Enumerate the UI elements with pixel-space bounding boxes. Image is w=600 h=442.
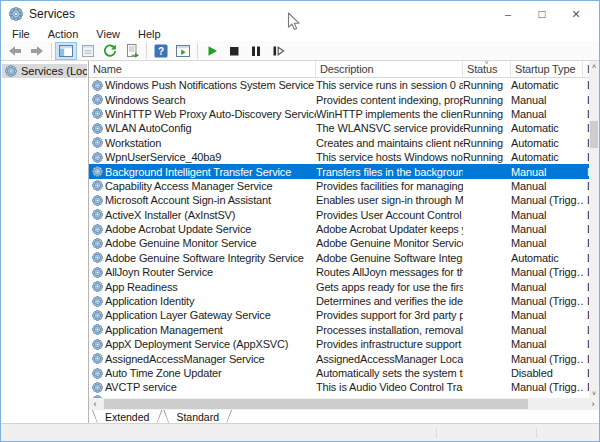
service-name: Windows Push Notifications System Servic… bbox=[105, 79, 316, 91]
menu-action[interactable]: Action bbox=[39, 28, 88, 40]
service-startup-type: Automatic bbox=[511, 137, 583, 149]
service-description: This service hosts Windows notific… bbox=[316, 151, 463, 163]
service-name: AVCTP service bbox=[105, 381, 316, 393]
help-button[interactable]: ? bbox=[150, 42, 172, 60]
tab-extended-label: Extended bbox=[92, 410, 162, 423]
service-name: Workstation bbox=[105, 137, 316, 149]
service-name: Background Intelligent Transfer Service bbox=[105, 166, 316, 178]
export-list-button[interactable] bbox=[121, 42, 143, 60]
service-description: Determines and verifies the identit… bbox=[316, 295, 463, 307]
vertical-scrollbar[interactable]: ˄ ˅ bbox=[589, 61, 599, 398]
menu-help[interactable]: Help bbox=[129, 28, 170, 40]
service-gear-icon bbox=[89, 310, 105, 321]
service-gear-icon bbox=[89, 281, 105, 292]
service-status: Running bbox=[463, 108, 511, 120]
start-service-button[interactable] bbox=[201, 42, 223, 60]
service-gear-icon bbox=[89, 238, 105, 249]
service-row[interactable]: Application Identity Determines and veri… bbox=[89, 294, 589, 308]
service-gear-icon bbox=[89, 353, 105, 364]
service-row[interactable]: Adobe Acrobat Update Service Adobe Acrob… bbox=[89, 222, 589, 236]
scroll-right-icon[interactable]: › bbox=[587, 398, 599, 410]
service-gear-icon bbox=[89, 152, 105, 163]
refresh-button[interactable] bbox=[99, 42, 121, 60]
service-row[interactable]: AllJoyn Router Service Routes AllJoyn me… bbox=[89, 265, 589, 279]
service-row[interactable]: WpnUserService_40ba9 This service hosts … bbox=[89, 150, 589, 164]
service-row[interactable]: WinHTTP Web Proxy Auto-Discovery Service… bbox=[89, 107, 589, 121]
service-startup-type: Disabled bbox=[511, 367, 583, 379]
column-header-description[interactable]: Description bbox=[316, 61, 463, 77]
forward-icon bbox=[29, 43, 45, 59]
maximize-button[interactable]: □ bbox=[525, 1, 559, 27]
service-startup-type: Manual bbox=[511, 180, 583, 192]
forward-button[interactable] bbox=[26, 42, 48, 60]
stop-icon bbox=[226, 43, 242, 59]
horizontal-scrollbar-thumb[interactable] bbox=[104, 399, 528, 409]
service-description: Provides content indexing, propert… bbox=[316, 94, 463, 106]
service-row[interactable]: AssignedAccessManager Service AssignedAc… bbox=[89, 351, 589, 365]
service-name: Windows Search bbox=[105, 94, 316, 106]
service-description: Provides support for 3rd party pro… bbox=[316, 309, 463, 321]
service-description: Provides infrastructure support for… bbox=[316, 338, 463, 350]
service-name: App Readiness bbox=[105, 281, 316, 293]
service-description: Provides facilities for managing U… bbox=[316, 180, 463, 192]
service-gear-icon bbox=[89, 368, 105, 379]
menu-view[interactable]: View bbox=[87, 28, 129, 40]
service-name: WpnUserService_40ba9 bbox=[105, 151, 316, 163]
service-row[interactable]: ActiveX Installer (AxInstSV) Provides Us… bbox=[89, 208, 589, 222]
sidebar-item-services-local[interactable]: Services (Local) bbox=[2, 64, 87, 78]
service-name: ActiveX Installer (AxInstSV) bbox=[105, 209, 316, 221]
show-console-tree-button[interactable] bbox=[55, 42, 77, 60]
service-description: Automatically sets the system time… bbox=[316, 367, 463, 379]
column-header-startup-type[interactable]: Startup Type bbox=[511, 61, 583, 77]
service-startup-type: Manual bbox=[511, 309, 583, 321]
service-row[interactable]: Application Layer Gateway Service Provid… bbox=[89, 308, 589, 322]
horizontal-scrollbar[interactable]: ‹ › bbox=[89, 398, 599, 410]
pause-service-button[interactable] bbox=[245, 42, 267, 60]
service-row[interactable]: AppX Deployment Service (AppXSVC) Provid… bbox=[89, 337, 589, 351]
service-startup-type: Manual (Trigg… bbox=[511, 295, 583, 307]
service-description: This is Audio Video Control Transp… bbox=[316, 381, 463, 393]
service-startup-type: Manual bbox=[511, 324, 583, 336]
minimize-button[interactable]: – bbox=[491, 1, 525, 27]
service-startup-type: Manual (Trigg… bbox=[511, 266, 583, 278]
show-action-pane-button[interactable] bbox=[172, 42, 194, 60]
back-button[interactable] bbox=[4, 42, 26, 60]
service-gear-icon bbox=[89, 123, 105, 134]
service-row[interactable]: Workstation Creates and maintains client… bbox=[89, 136, 589, 150]
service-name: Adobe Genuine Software Integrity Service bbox=[105, 252, 316, 264]
service-gear-icon bbox=[89, 267, 105, 278]
service-name: Application Layer Gateway Service bbox=[105, 309, 316, 321]
scroll-down-icon[interactable]: ˅ bbox=[589, 388, 599, 398]
properties-button[interactable] bbox=[77, 42, 99, 60]
content-area: Services (Local) Name Description ˅ Stat… bbox=[1, 61, 599, 423]
services-app-icon bbox=[9, 7, 23, 21]
service-row[interactable]: App Readiness Gets apps ready for use th… bbox=[89, 279, 589, 293]
service-row[interactable]: Application Management Processes install… bbox=[89, 323, 589, 337]
service-row[interactable]: Windows Push Notifications System Servic… bbox=[89, 78, 589, 92]
console-tree-icon bbox=[58, 43, 74, 59]
column-header-name[interactable]: Name bbox=[89, 61, 316, 77]
scroll-left-icon[interactable]: ‹ bbox=[89, 398, 101, 410]
column-header-status[interactable]: ˅ Status bbox=[463, 61, 511, 77]
service-row[interactable]: Background Intelligent Transfer Service … bbox=[89, 164, 589, 178]
stop-service-button[interactable] bbox=[223, 42, 245, 60]
service-description: AssignedAccessManager Local Ser bbox=[316, 353, 463, 365]
service-row[interactable]: AVCTP service This is Audio Video Contro… bbox=[89, 380, 589, 394]
service-startup-type: Manual (Trigg… bbox=[511, 194, 583, 206]
service-row[interactable]: Capability Access Manager Service Provid… bbox=[89, 179, 589, 193]
service-row[interactable]: Adobe Genuine Software Integrity Service… bbox=[89, 251, 589, 265]
pause-icon bbox=[248, 43, 264, 59]
vertical-scrollbar-thumb[interactable] bbox=[590, 121, 598, 148]
service-description: Transfers files in the background u… bbox=[316, 166, 463, 178]
service-row[interactable]: Auto Time Zone Updater Automatically set… bbox=[89, 366, 589, 380]
close-button[interactable]: × bbox=[559, 1, 593, 27]
menu-file[interactable]: File bbox=[3, 28, 39, 40]
restart-service-button[interactable] bbox=[267, 42, 289, 60]
service-description: Routes AllJoyn messages for the l… bbox=[316, 266, 463, 278]
scroll-up-icon[interactable]: ˄ bbox=[589, 61, 599, 71]
service-row[interactable]: WLAN AutoConfig The WLANSVC service prov… bbox=[89, 121, 589, 135]
service-row[interactable]: Windows Search Provides content indexing… bbox=[89, 92, 589, 106]
service-row[interactable]: Adobe Genuine Monitor Service Adobe Genu… bbox=[89, 236, 589, 250]
service-row[interactable]: Microsoft Account Sign-in Assistant Enab… bbox=[89, 193, 589, 207]
service-startup-type: Automatic bbox=[511, 122, 583, 134]
